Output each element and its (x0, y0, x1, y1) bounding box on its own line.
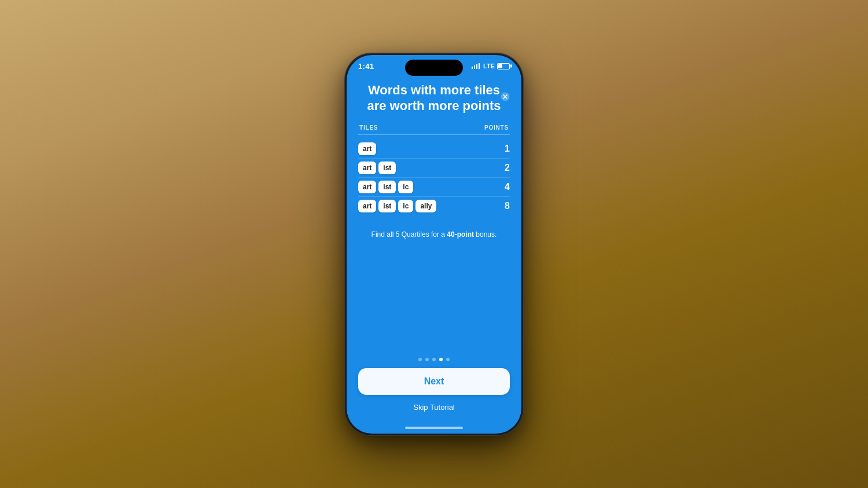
lte-label: LTE (483, 63, 495, 69)
points-4: 8 (498, 201, 510, 211)
home-indicator (405, 427, 463, 429)
dot-4-active (439, 358, 443, 361)
tile-art-1: art (358, 142, 376, 155)
points-header-label: POINTS (484, 124, 509, 131)
status-bar: 1:41 LTE (347, 55, 521, 73)
points-2: 2 (498, 163, 510, 173)
phone-frame: 1:41 LTE (345, 53, 523, 435)
tiles-group-3: art ist ic (358, 181, 413, 193)
tiles-group-2: art ist (358, 162, 396, 174)
tile-ist-3: ist (378, 181, 396, 193)
bonus-suffix: bonus. (474, 230, 496, 239)
battery-fill (498, 64, 502, 68)
next-button-label: Next (424, 376, 444, 387)
tiles-table: TILES POINTS art 1 art (358, 124, 510, 215)
tile-art-4: art (358, 200, 376, 212)
tile-ist-2: ist (378, 162, 396, 174)
table-row: art ist 2 (358, 159, 510, 178)
screen-content: Words with more tiles are worth more poi… (347, 73, 521, 423)
tile-art-3: art (358, 181, 376, 193)
tile-art-2: art (358, 162, 376, 174)
next-button[interactable]: Next (358, 368, 510, 395)
dot-1 (418, 358, 422, 361)
tile-ist-4: ist (378, 200, 396, 212)
tiles-header-label: TILES (359, 124, 378, 131)
skip-tutorial-button[interactable]: Skip Tutorial (358, 401, 510, 414)
phone-mockup: 1:41 LTE (345, 53, 523, 435)
points-3: 4 (498, 182, 510, 192)
table-row: art ist ic 4 (358, 178, 510, 197)
dot-2 (425, 358, 429, 361)
main-title: Words with more tiles are worth more poi… (358, 82, 510, 114)
signal-icon (472, 63, 480, 69)
tile-ic-4: ic (398, 200, 413, 212)
dot-3 (432, 358, 436, 361)
points-1: 1 (498, 144, 510, 154)
table-row: art ist ic ally 8 (358, 197, 510, 215)
skip-tutorial-label: Skip Tutorial (413, 403, 455, 412)
battery-icon (497, 63, 510, 69)
page-dots (358, 358, 510, 361)
tile-ally-4: ally (415, 200, 436, 212)
table-row: art 1 (358, 140, 510, 159)
dynamic-island (405, 60, 463, 76)
status-time: 1:41 (358, 62, 374, 71)
table-divider (358, 134, 510, 135)
tile-ic-3: ic (398, 181, 413, 193)
bonus-text: Find all 5 Quartiles for a 40-point bonu… (358, 229, 510, 240)
phone-screen: 1:41 LTE (347, 55, 521, 434)
tiles-group-4: art ist ic ally (358, 200, 436, 212)
bonus-bold: 40-point (447, 230, 474, 239)
tiles-group-1: art (358, 142, 376, 155)
close-button[interactable] (498, 90, 512, 104)
status-icons: LTE (472, 63, 510, 69)
bonus-prefix: Find all 5 Quartiles for a (372, 230, 447, 239)
spacer (358, 240, 510, 358)
dot-5 (446, 358, 450, 361)
table-header: TILES POINTS (358, 124, 510, 131)
